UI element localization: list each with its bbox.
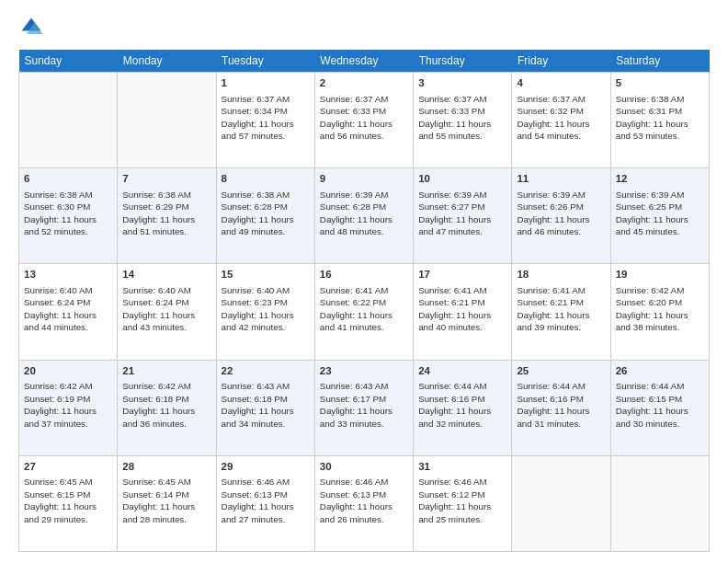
day-info: Sunrise: 6:42 AM Sunset: 6:18 PM Dayligh… [122, 380, 210, 430]
day-info: Sunrise: 6:41 AM Sunset: 6:21 PM Dayligh… [418, 284, 506, 334]
day-info: Sunrise: 6:39 AM Sunset: 6:27 PM Dayligh… [418, 189, 506, 238]
header [18, 15, 710, 40]
day-number: 8 [222, 172, 310, 187]
day-number: 15 [222, 268, 310, 282]
day-number: 18 [517, 268, 605, 282]
day-info: Sunrise: 6:40 AM Sunset: 6:24 PM Dayligh… [122, 284, 210, 334]
calendar-cell: 22Sunrise: 6:43 AM Sunset: 6:18 PM Dayli… [216, 360, 314, 455]
day-number: 2 [320, 76, 408, 91]
day-number: 12 [616, 172, 704, 187]
weekday-header-wednesday: Wednesday [314, 50, 413, 73]
calendar-cell: 13Sunrise: 6:40 AM Sunset: 6:24 PM Dayli… [19, 264, 118, 360]
weekday-header-row: SundayMondayTuesdayWednesdayThursdayFrid… [19, 50, 710, 73]
calendar-cell: 9Sunrise: 6:39 AM Sunset: 6:28 PM Daylig… [314, 168, 413, 264]
day-number: 22 [222, 364, 310, 379]
day-number: 31 [418, 460, 506, 475]
weekday-header-tuesday: Tuesday [216, 50, 314, 73]
calendar-cell: 16Sunrise: 6:41 AM Sunset: 6:22 PM Dayli… [314, 264, 413, 360]
day-number: 4 [517, 76, 605, 91]
day-number: 1 [222, 76, 310, 91]
day-number: 13 [24, 268, 112, 282]
calendar-cell: 7Sunrise: 6:38 AM Sunset: 6:29 PM Daylig… [118, 168, 216, 264]
day-number: 27 [24, 460, 112, 475]
day-info: Sunrise: 6:44 AM Sunset: 6:15 PM Dayligh… [616, 380, 704, 430]
day-info: Sunrise: 6:41 AM Sunset: 6:21 PM Dayligh… [517, 284, 605, 334]
calendar-cell: 30Sunrise: 6:46 AM Sunset: 6:13 PM Dayli… [314, 455, 413, 551]
calendar-cell: 28Sunrise: 6:45 AM Sunset: 6:14 PM Dayli… [118, 455, 216, 551]
calendar-cell: 19Sunrise: 6:42 AM Sunset: 6:20 PM Dayli… [610, 264, 709, 360]
day-number: 11 [517, 172, 605, 187]
calendar-cell: 1Sunrise: 6:37 AM Sunset: 6:34 PM Daylig… [216, 73, 314, 168]
day-number: 19 [616, 268, 704, 282]
day-info: Sunrise: 6:45 AM Sunset: 6:15 PM Dayligh… [24, 476, 112, 525]
day-number: 23 [320, 364, 408, 379]
calendar-cell: 20Sunrise: 6:42 AM Sunset: 6:19 PM Dayli… [19, 360, 118, 455]
day-number: 14 [122, 268, 210, 282]
day-number: 7 [122, 172, 210, 187]
day-info: Sunrise: 6:37 AM Sunset: 6:32 PM Dayligh… [517, 93, 605, 143]
day-info: Sunrise: 6:41 AM Sunset: 6:22 PM Dayligh… [320, 284, 408, 334]
day-info: Sunrise: 6:42 AM Sunset: 6:20 PM Dayligh… [616, 284, 704, 334]
calendar-cell: 14Sunrise: 6:40 AM Sunset: 6:24 PM Dayli… [118, 264, 216, 360]
day-info: Sunrise: 6:38 AM Sunset: 6:30 PM Dayligh… [24, 189, 112, 238]
calendar-cell: 18Sunrise: 6:41 AM Sunset: 6:21 PM Dayli… [512, 264, 610, 360]
day-info: Sunrise: 6:39 AM Sunset: 6:25 PM Dayligh… [616, 189, 704, 238]
day-info: Sunrise: 6:37 AM Sunset: 6:34 PM Dayligh… [222, 93, 310, 143]
weekday-header-saturday: Saturday [610, 50, 709, 73]
calendar-week-row: 1Sunrise: 6:37 AM Sunset: 6:34 PM Daylig… [19, 73, 710, 168]
day-info: Sunrise: 6:37 AM Sunset: 6:33 PM Dayligh… [320, 93, 408, 143]
day-number: 30 [320, 460, 408, 475]
calendar-cell: 24Sunrise: 6:44 AM Sunset: 6:16 PM Dayli… [414, 360, 512, 455]
day-info: Sunrise: 6:46 AM Sunset: 6:12 PM Dayligh… [418, 476, 506, 525]
day-info: Sunrise: 6:38 AM Sunset: 6:31 PM Dayligh… [616, 93, 704, 143]
calendar-cell: 4Sunrise: 6:37 AM Sunset: 6:32 PM Daylig… [512, 73, 610, 168]
calendar-cell: 11Sunrise: 6:39 AM Sunset: 6:26 PM Dayli… [512, 168, 610, 264]
day-info: Sunrise: 6:39 AM Sunset: 6:28 PM Dayligh… [320, 189, 408, 238]
day-info: Sunrise: 6:40 AM Sunset: 6:23 PM Dayligh… [222, 284, 310, 334]
logo [18, 15, 48, 40]
calendar-cell: 26Sunrise: 6:44 AM Sunset: 6:15 PM Dayli… [610, 360, 709, 455]
day-number: 3 [418, 76, 506, 91]
day-number: 9 [320, 172, 408, 187]
day-number: 10 [418, 172, 506, 187]
calendar-cell: 12Sunrise: 6:39 AM Sunset: 6:25 PM Dayli… [610, 168, 709, 264]
calendar-cell: 23Sunrise: 6:43 AM Sunset: 6:17 PM Dayli… [314, 360, 413, 455]
calendar-cell [118, 73, 216, 168]
day-number: 21 [122, 364, 210, 379]
calendar-week-row: 13Sunrise: 6:40 AM Sunset: 6:24 PM Dayli… [19, 264, 710, 360]
calendar-cell: 10Sunrise: 6:39 AM Sunset: 6:27 PM Dayli… [414, 168, 512, 264]
day-number: 25 [517, 364, 605, 379]
day-info: Sunrise: 6:42 AM Sunset: 6:19 PM Dayligh… [24, 380, 112, 430]
calendar-cell: 17Sunrise: 6:41 AM Sunset: 6:21 PM Dayli… [414, 264, 512, 360]
calendar-cell [19, 73, 118, 168]
day-number: 24 [418, 364, 506, 379]
calendar-week-row: 6Sunrise: 6:38 AM Sunset: 6:30 PM Daylig… [19, 168, 710, 264]
day-number: 28 [122, 460, 210, 475]
calendar-cell: 6Sunrise: 6:38 AM Sunset: 6:30 PM Daylig… [19, 168, 118, 264]
day-number: 26 [616, 364, 704, 379]
day-number: 29 [222, 460, 310, 475]
weekday-header-friday: Friday [512, 50, 610, 73]
day-info: Sunrise: 6:38 AM Sunset: 6:28 PM Dayligh… [222, 189, 310, 238]
day-number: 16 [320, 268, 408, 282]
calendar-cell: 31Sunrise: 6:46 AM Sunset: 6:12 PM Dayli… [414, 455, 512, 551]
day-info: Sunrise: 6:46 AM Sunset: 6:13 PM Dayligh… [222, 476, 310, 525]
calendar-table: SundayMondayTuesdayWednesdayThursdayFrid… [18, 50, 710, 552]
calendar-cell: 8Sunrise: 6:38 AM Sunset: 6:28 PM Daylig… [216, 168, 314, 264]
day-number: 6 [24, 172, 112, 187]
page: SundayMondayTuesdayWednesdayThursdayFrid… [0, 0, 728, 563]
day-info: Sunrise: 6:43 AM Sunset: 6:17 PM Dayligh… [320, 380, 408, 430]
logo-icon [18, 15, 44, 40]
calendar-cell: 15Sunrise: 6:40 AM Sunset: 6:23 PM Dayli… [216, 264, 314, 360]
day-number: 5 [616, 76, 704, 91]
day-info: Sunrise: 6:44 AM Sunset: 6:16 PM Dayligh… [418, 380, 506, 430]
day-info: Sunrise: 6:46 AM Sunset: 6:13 PM Dayligh… [320, 476, 408, 525]
calendar-week-row: 27Sunrise: 6:45 AM Sunset: 6:15 PM Dayli… [19, 455, 710, 551]
calendar-cell: 29Sunrise: 6:46 AM Sunset: 6:13 PM Dayli… [216, 455, 314, 551]
day-info: Sunrise: 6:45 AM Sunset: 6:14 PM Dayligh… [122, 476, 210, 525]
weekday-header-thursday: Thursday [414, 50, 512, 73]
calendar-cell [610, 455, 709, 551]
calendar-cell: 21Sunrise: 6:42 AM Sunset: 6:18 PM Dayli… [118, 360, 216, 455]
calendar-cell [512, 455, 610, 551]
day-info: Sunrise: 6:44 AM Sunset: 6:16 PM Dayligh… [517, 380, 605, 430]
